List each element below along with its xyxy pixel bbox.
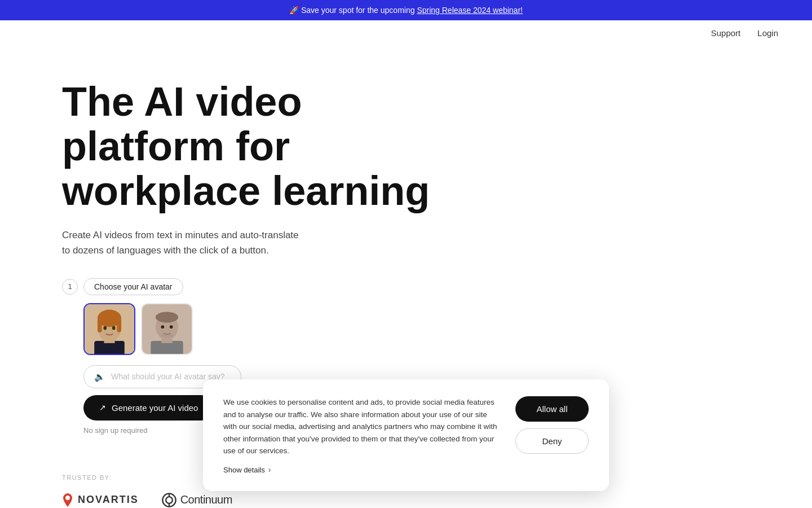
avatar-female-image bbox=[85, 304, 134, 354]
support-link[interactable]: Support bbox=[711, 28, 741, 38]
novartis-text: NOVARTIS bbox=[78, 494, 139, 506]
svg-rect-5 bbox=[98, 318, 102, 332]
navigation: Support Login bbox=[0, 20, 812, 46]
chevron-right-icon: › bbox=[268, 465, 271, 474]
svg-point-15 bbox=[170, 325, 173, 329]
svg-rect-6 bbox=[117, 318, 121, 332]
login-link[interactable]: Login bbox=[757, 28, 778, 38]
hero-subtitle: Create AI videos from text in minutes an… bbox=[62, 227, 304, 258]
speaker-icon: 🔈 bbox=[94, 371, 105, 382]
logos-row: NOVARTIS Continuum bbox=[62, 491, 750, 508]
svg-point-16 bbox=[161, 334, 174, 338]
cookie-banner: We use cookies to personalise content an… bbox=[203, 379, 609, 491]
svg-point-7 bbox=[103, 326, 107, 330]
step-1-number: 1 bbox=[62, 279, 78, 295]
allow-all-button[interactable]: Allow all bbox=[515, 396, 589, 422]
show-details-label: Show details bbox=[223, 466, 265, 474]
svg-point-19 bbox=[166, 497, 173, 503]
generate-button-label: Generate your AI video bbox=[112, 403, 198, 413]
external-link-icon: ↗ bbox=[99, 403, 106, 412]
show-details-button[interactable]: Show details › bbox=[223, 465, 271, 474]
cookie-buttons: Allow all Deny bbox=[515, 396, 589, 454]
step-1-label: Choose your AI avatar bbox=[83, 278, 183, 295]
svg-point-13 bbox=[156, 312, 178, 322]
hero-title: The AI video platform for workplace lear… bbox=[62, 80, 445, 214]
avatar-male-image bbox=[142, 304, 192, 354]
novartis-logo: NOVARTIS bbox=[62, 491, 139, 508]
cookie-description: We use cookies to personalise content an… bbox=[223, 396, 502, 457]
continuum-icon bbox=[161, 492, 177, 508]
deny-button[interactable]: Deny bbox=[515, 428, 589, 454]
cookie-text-section: We use cookies to personalise content an… bbox=[223, 396, 502, 474]
avatar-selector bbox=[83, 303, 288, 355]
avatar-female[interactable] bbox=[83, 303, 135, 355]
novartis-icon bbox=[62, 492, 73, 508]
avatar-male[interactable] bbox=[141, 303, 193, 355]
announcement-banner: 🚀 Save your spot for the upcoming Spring… bbox=[0, 0, 812, 20]
banner-text: 🚀 Save your spot for the upcoming bbox=[289, 6, 417, 15]
step-1-row: 1 Choose your AI avatar bbox=[62, 278, 288, 295]
svg-point-17 bbox=[65, 496, 70, 500]
generate-button[interactable]: ↗ Generate your AI video bbox=[83, 395, 214, 421]
continuum-text: Continuum bbox=[180, 493, 232, 506]
svg-point-8 bbox=[112, 326, 116, 330]
svg-point-14 bbox=[161, 325, 164, 329]
continuum-logo: Continuum bbox=[161, 491, 232, 508]
banner-link[interactable]: Spring Release 2024 webinar! bbox=[417, 6, 523, 15]
